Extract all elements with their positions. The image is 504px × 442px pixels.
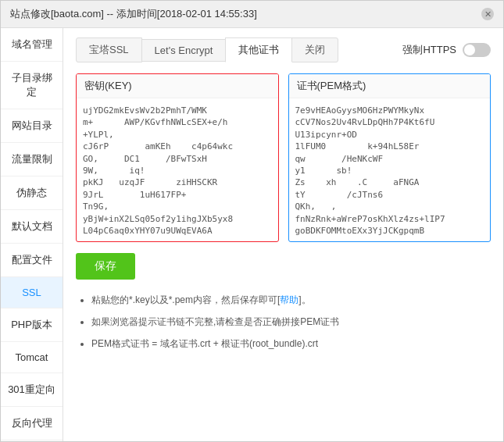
sidebar-item-4[interactable]: 伪静态 [1,176,63,210]
sidebar-item-5[interactable]: 默认文档 [1,210,63,244]
cert-box-header: 证书(PEM格式) [289,74,491,98]
title-bar: 站点修改[baota.com] -- 添加时间[2018-02-01 14:55… [1,1,503,28]
window-title: 站点修改[baota.com] -- 添加时间[2018-02-01 14:55… [10,7,257,21]
tab-close[interactable]: 关闭 [291,37,338,62]
sidebar-item-10[interactable]: 301重定向 [1,373,63,407]
https-toggle-area: 强制HTTPS [402,43,491,57]
help-link[interactable]: 帮助 [280,294,298,305]
tab-letsencrypt[interactable]: Let's Encrypt [141,39,227,62]
save-button[interactable]: 保存 [76,253,135,280]
sidebar-item-11[interactable]: 反向代理 [1,407,63,440]
sidebar-item-0[interactable]: 域名管理 [1,28,63,62]
key-textarea[interactable]: ujYDG2mkEvsWv2b2PmhT/WMK m+ AWP/KGvfhNWL… [77,98,278,239]
key-box: 密钥(KEY) ujYDG2mkEvsWv2b2PmhT/WMK m+ AWP/… [76,73,279,242]
close-button[interactable]: ✕ [481,8,494,20]
tips-list: 粘贴您的*.key以及*.pem内容，然后保存即可[帮助]。 如果浏览器提示证书… [76,291,491,353]
sidebar-item-12[interactable]: 防盗链 [1,440,63,441]
sidebar-item-3[interactable]: 流量限制 [1,143,63,176]
tip-text-3: PEM格式证书 = 域名证书.crt + 根证书(root_bundle).cr… [91,338,318,349]
tip-item-3: PEM格式证书 = 域名证书.crt + 根证书(root_bundle).cr… [91,334,491,353]
sidebar-item-2[interactable]: 网站目录 [1,109,63,143]
sidebar-item-7[interactable]: SSL [1,277,63,308]
sidebar-item-8[interactable]: PHP版本 [1,308,63,342]
cert-textarea[interactable]: 7e9vHEAoGyysMO6HzPWYMkyNx cCV7Nos2Uv4RvL… [289,98,491,239]
tabs-bar: 宝塔SSL Let's Encrypt 其他证书 关闭 强制HTTPS [76,37,491,62]
main-window: 站点修改[baota.com] -- 添加时间[2018-02-01 14:55… [0,0,504,442]
key-box-header: 密钥(KEY) [77,74,278,98]
tips-area: 粘贴您的*.key以及*.pem内容，然后保存即可[帮助]。 如果浏览器提示证书… [76,291,491,353]
sidebar-item-1[interactable]: 子目录绑定 [1,62,63,109]
sidebar-item-9[interactable]: Tomcat [1,342,63,373]
main-layout: 域名管理子目录绑定网站目录流量限制伪静态默认文档配置文件SSLPHP版本Tomc… [1,28,503,441]
tip-item-1: 粘贴您的*.key以及*.pem内容，然后保存即可[帮助]。 [91,291,491,309]
cert-box: 证书(PEM格式) 7e9vHEAoGyysMO6HzPWYMkyNx cCV7… [288,73,491,242]
https-toggle-label: 强制HTTPS [402,43,456,57]
tab-other-cert[interactable]: 其他证书 [225,37,292,62]
tab-baota-ssl[interactable]: 宝塔SSL [76,37,142,62]
sidebar: 域名管理子目录绑定网站目录流量限制伪静态默认文档配置文件SSLPHP版本Tomc… [1,28,63,441]
content-area: 宝塔SSL Let's Encrypt 其他证书 关闭 强制HTTPS 密钥(K… [63,28,503,441]
https-toggle-switch[interactable] [463,43,491,57]
tip-text-1: 粘贴您的*.key以及*.pem内容，然后保存即可[帮助]。 [91,294,311,305]
sidebar-item-6[interactable]: 配置文件 [1,244,63,277]
tip-text-2: 如果浏览器提示证书链不完整,请检查是否正确拼接PEM证书 [91,316,339,327]
tip-item-2: 如果浏览器提示证书链不完整,请检查是否正确拼接PEM证书 [91,312,491,331]
cert-area: 密钥(KEY) ujYDG2mkEvsWv2b2PmhT/WMK m+ AWP/… [76,73,491,242]
